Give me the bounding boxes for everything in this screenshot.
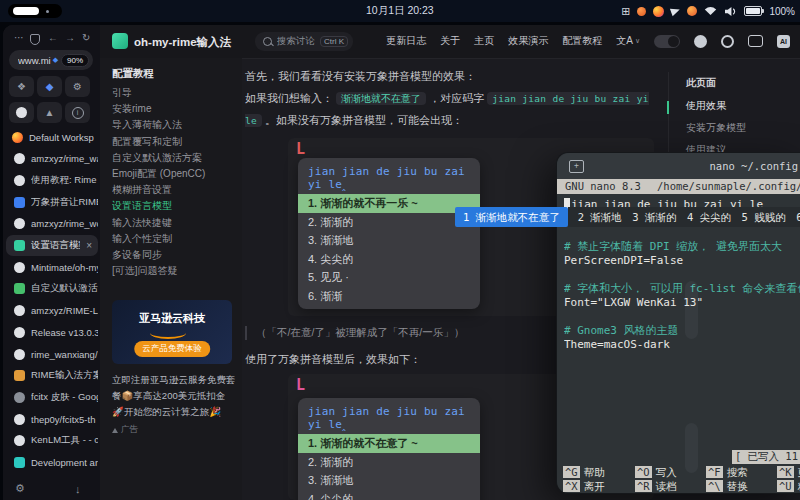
candidate: 2. 渐渐的 (298, 213, 480, 232)
nav-changelog[interactable]: 更新日志 (386, 34, 426, 48)
pinned-tab-diamond[interactable]: ◆ (37, 76, 62, 97)
github-icon[interactable] (694, 35, 707, 48)
pinned-tab-info[interactable]: i (65, 102, 90, 123)
tab-item[interactable]: rime_wanxiang/ (6, 343, 98, 365)
download-icon[interactable]: ↓ (75, 483, 81, 495)
shield-icon[interactable] (30, 34, 40, 45)
wifi-icon[interactable] (704, 6, 717, 16)
toggle-knob (668, 36, 679, 47)
nano-shortcut: ^O写入 (635, 466, 677, 480)
ad-banner-title: 亚马逊云科技 (112, 311, 232, 326)
github-icon (16, 107, 27, 118)
reload-icon[interactable]: ↻ (82, 32, 90, 44)
site-logo[interactable] (112, 33, 128, 49)
back-icon[interactable]: ← (48, 32, 58, 44)
tab-item[interactable]: Release v13.0.3 (6, 322, 98, 344)
terminal-titlebar[interactable]: + nano ~/.config (557, 153, 800, 179)
workspace-indicator[interactable] (8, 4, 62, 18)
gitee-icon[interactable] (721, 35, 734, 48)
pinned-tab-triangle[interactable]: ▲ (37, 102, 62, 123)
tab-item-active[interactable]: 设置语言模型× (6, 235, 98, 257)
workspace-dot (46, 10, 49, 13)
url-bar[interactable]: www.mi ◆ 90% (9, 50, 93, 70)
tab-close-icon[interactable]: × (86, 240, 98, 251)
inline-highlight: 渐渐地就不在意了 (336, 92, 426, 105)
pinned-tab-chat[interactable]: ❖ (9, 76, 34, 97)
nano-shortcut: ^U粘贴 (777, 480, 800, 494)
docs-section-header: 配置教程 (112, 67, 154, 81)
settings-gear-icon[interactable]: ⚙ (15, 482, 25, 495)
candidate: 3. 渐渐地 (298, 471, 480, 490)
browser-sidebar: ⋯ ← → ↻ www.mi ◆ 90% ❖ ◆ ⚙ ▲ i Default W… (3, 25, 101, 500)
docs-nav-item[interactable]: 安装rime (112, 102, 238, 118)
docs-nav-item[interactable]: 导入薄荷输入法 (112, 118, 238, 134)
nav-demo[interactable]: 效果演示 (508, 34, 548, 48)
ad-banner[interactable]: 亚马逊云科技 云产品免费体验 (112, 300, 232, 364)
battery-icon[interactable] (744, 6, 762, 16)
github-icon (14, 218, 25, 229)
docs-nav-list: 引导 安装rime 导入薄荷输入法 配置覆写和定制 自定义默认激活方案 Emoj… (112, 86, 238, 280)
volume-icon[interactable] (724, 6, 737, 17)
nav-about[interactable]: 关于 (440, 34, 460, 48)
cursor-mark: L (296, 140, 305, 158)
docs-nav-item-active[interactable]: 设置语言模型 (112, 199, 238, 215)
tray-orange-icon[interactable] (687, 6, 697, 16)
keyboard-layout-icon[interactable]: ⊞ (621, 3, 630, 19)
pinned-tab-settings[interactable]: ⚙ (65, 76, 90, 97)
site-title[interactable]: oh-my-rime输入法 (134, 35, 231, 50)
docs-nav-item[interactable]: [可选]问题答疑 (112, 264, 238, 280)
ghost-overlay (685, 423, 698, 473)
docs-nav-item[interactable]: Emoji配置 (OpenCC) (112, 167, 238, 183)
tab-item[interactable]: Development an (6, 452, 98, 474)
forward-icon[interactable]: → (65, 32, 75, 44)
ad-text[interactable]: 立即注册亚马逊云服务免费套餐📦享高达200美元抵扣金🚀开始您的云计算之旅🎉 (112, 372, 236, 420)
docs-nav-item[interactable]: 输入法快捷键 (112, 216, 238, 232)
tab-item[interactable]: amzxyz/rime_wa (6, 148, 98, 170)
search-shortcut: Ctrl K (320, 36, 348, 47)
firefox-tray-icon[interactable] (653, 6, 664, 17)
nav-home[interactable]: 主页 (474, 34, 494, 48)
nano-shortcut: ^\替换 (706, 480, 748, 494)
telegram-icon[interactable] (670, 6, 681, 17)
menu-dots-icon[interactable]: ⋯ (14, 32, 24, 44)
dark-mode-toggle[interactable] (654, 35, 680, 48)
docs-nav-item[interactable]: 引导 (112, 86, 238, 102)
tray-app-icon[interactable] (637, 7, 646, 16)
new-tab-icon[interactable]: + (569, 160, 584, 173)
tab-item[interactable]: RIME输入法方案 (6, 365, 98, 387)
tab-item[interactable]: amzxyz/RIME-LM (6, 300, 98, 322)
nano-shortcut: ^G帮助 (563, 466, 605, 480)
nav-tutorial[interactable]: 配置教程 (562, 34, 602, 48)
search-box[interactable]: 搜索讨论 Ctrl K (255, 32, 353, 51)
toc-item[interactable]: 安装万象模型 (686, 121, 746, 135)
docs-nav-item[interactable]: 模糊拼音设置 (112, 183, 238, 199)
clock[interactable]: 10月1日 20:23 (366, 4, 434, 18)
docs-nav-item[interactable]: 自定义默认激活方案 (112, 151, 238, 167)
tab-item[interactable]: amzxyz/rime_wo (6, 213, 98, 235)
preedit-pinyin: jian jian de jiu bu zai yi le‸ (298, 163, 480, 194)
tab-item[interactable]: Mintimate/oh-my (6, 256, 98, 278)
docs-nav-item[interactable]: 多设备同步 (112, 248, 238, 264)
ai-icon[interactable]: AI (777, 35, 790, 48)
github-icon (14, 349, 25, 360)
workspace-name: Default Worksp (29, 132, 94, 143)
pinned-tab-github[interactable] (9, 102, 34, 123)
docs-nav-item[interactable]: 配置覆写和定制 (112, 135, 238, 151)
tab-item[interactable]: 万象拼音让RIME (6, 191, 98, 213)
tab-item[interactable]: fcitx 皮肤 - Goog (6, 387, 98, 409)
workspace-row[interactable]: Default Worksp (12, 132, 96, 143)
language-switcher[interactable]: 文A∨ (616, 34, 640, 48)
zoom-level-badge[interactable]: 90% (61, 54, 89, 67)
tab-item[interactable]: 自定义默认激活 (6, 278, 98, 300)
docs-nav-item[interactable]: 输入个性定制 (112, 232, 238, 248)
tab-item[interactable]: 使用教程: Rime (6, 170, 98, 192)
candidate: 4. 尖尖的 (298, 250, 480, 269)
bilibili-icon[interactable] (748, 35, 763, 47)
toc-item-active[interactable]: 使用效果 (686, 99, 726, 113)
tab-item[interactable]: thep0y/fcitx5-th (6, 408, 98, 430)
blockquote: （「不/在意/了」被理解成了「不再/一乐」） (245, 326, 586, 340)
github-icon (14, 305, 25, 316)
ad-banner-button[interactable]: 云产品免费体验 (134, 341, 210, 357)
nano-header: GNU nano 8.3 /home/sunmaple/.config/fc (557, 179, 800, 194)
tab-item[interactable]: KenLM工具 - - c (6, 430, 98, 452)
